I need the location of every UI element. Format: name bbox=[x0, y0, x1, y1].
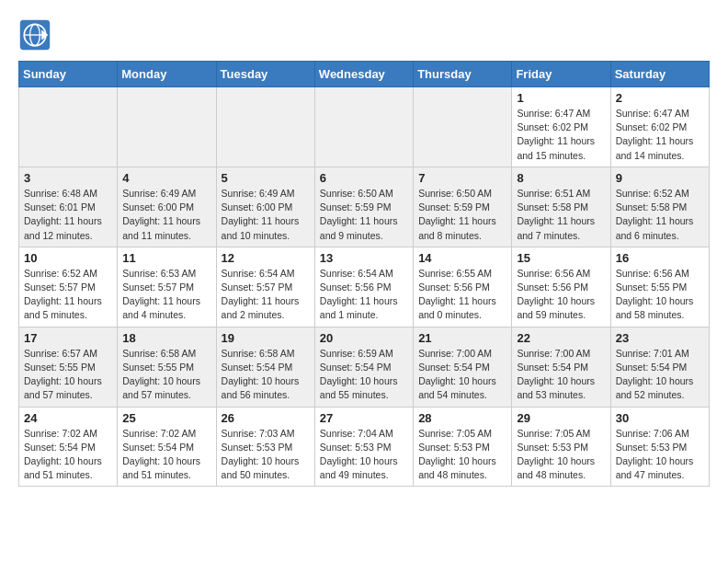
day-info: Sunrise: 7:02 AM Sunset: 5:54 PM Dayligh… bbox=[24, 427, 112, 483]
day-info: Sunrise: 6:59 AM Sunset: 5:54 PM Dayligh… bbox=[320, 347, 408, 403]
day-info: Sunrise: 7:02 AM Sunset: 5:54 PM Dayligh… bbox=[122, 427, 210, 483]
day-info: Sunrise: 7:06 AM Sunset: 5:53 PM Dayligh… bbox=[616, 427, 704, 483]
calendar-cell: 12Sunrise: 6:54 AM Sunset: 5:57 PM Dayli… bbox=[216, 247, 314, 327]
day-info: Sunrise: 7:05 AM Sunset: 5:53 PM Dayligh… bbox=[517, 427, 605, 483]
logo-icon bbox=[18, 18, 51, 52]
column-header-friday: Friday bbox=[512, 62, 610, 87]
calendar-cell: 9Sunrise: 6:52 AM Sunset: 5:58 PM Daylig… bbox=[610, 167, 709, 247]
day-number: 2 bbox=[616, 91, 704, 105]
day-info: Sunrise: 6:49 AM Sunset: 6:00 PM Dayligh… bbox=[222, 187, 310, 243]
day-info: Sunrise: 6:50 AM Sunset: 5:59 PM Dayligh… bbox=[320, 187, 408, 243]
calendar-cell: 3Sunrise: 6:48 AM Sunset: 6:01 PM Daylig… bbox=[19, 167, 118, 247]
calendar-cell: 25Sunrise: 7:02 AM Sunset: 5:54 PM Dayli… bbox=[118, 407, 216, 487]
calendar-cell: 27Sunrise: 7:04 AM Sunset: 5:53 PM Dayli… bbox=[314, 407, 413, 487]
day-number: 23 bbox=[616, 331, 704, 345]
logo bbox=[18, 18, 57, 52]
calendar-cell: 19Sunrise: 6:58 AM Sunset: 5:54 PM Dayli… bbox=[216, 327, 314, 407]
day-info: Sunrise: 6:57 AM Sunset: 5:55 PM Dayligh… bbox=[24, 347, 112, 403]
day-number: 18 bbox=[122, 331, 210, 345]
week-row-5: 24Sunrise: 7:02 AM Sunset: 5:54 PM Dayli… bbox=[19, 407, 710, 487]
day-info: Sunrise: 6:58 AM Sunset: 5:55 PM Dayligh… bbox=[122, 347, 210, 403]
day-info: Sunrise: 6:50 AM Sunset: 5:59 PM Dayligh… bbox=[418, 187, 506, 243]
day-number: 14 bbox=[418, 251, 506, 265]
week-row-2: 3Sunrise: 6:48 AM Sunset: 6:01 PM Daylig… bbox=[19, 167, 710, 247]
day-info: Sunrise: 7:05 AM Sunset: 5:53 PM Dayligh… bbox=[418, 427, 506, 483]
column-header-monday: Monday bbox=[118, 62, 216, 87]
calendar-cell bbox=[19, 87, 118, 167]
page-header bbox=[18, 18, 710, 52]
calendar-cell bbox=[118, 87, 216, 167]
day-number: 25 bbox=[122, 411, 210, 425]
day-number: 19 bbox=[222, 331, 310, 345]
day-number: 7 bbox=[418, 171, 506, 185]
calendar-cell: 20Sunrise: 6:59 AM Sunset: 5:54 PM Dayli… bbox=[314, 327, 413, 407]
calendar-cell: 6Sunrise: 6:50 AM Sunset: 5:59 PM Daylig… bbox=[314, 167, 413, 247]
day-number: 22 bbox=[517, 331, 605, 345]
day-info: Sunrise: 6:52 AM Sunset: 5:58 PM Dayligh… bbox=[616, 187, 704, 243]
calendar-cell: 22Sunrise: 7:00 AM Sunset: 5:54 PM Dayli… bbox=[512, 327, 610, 407]
week-row-4: 17Sunrise: 6:57 AM Sunset: 5:55 PM Dayli… bbox=[19, 327, 710, 407]
day-info: Sunrise: 6:49 AM Sunset: 6:00 PM Dayligh… bbox=[122, 187, 210, 243]
day-info: Sunrise: 6:53 AM Sunset: 5:57 PM Dayligh… bbox=[122, 267, 210, 323]
day-info: Sunrise: 6:52 AM Sunset: 5:57 PM Dayligh… bbox=[24, 267, 112, 323]
day-number: 11 bbox=[122, 251, 210, 265]
day-info: Sunrise: 6:51 AM Sunset: 5:58 PM Dayligh… bbox=[517, 187, 605, 243]
day-info: Sunrise: 6:58 AM Sunset: 5:54 PM Dayligh… bbox=[222, 347, 310, 403]
day-info: Sunrise: 7:00 AM Sunset: 5:54 PM Dayligh… bbox=[418, 347, 506, 403]
calendar-cell: 26Sunrise: 7:03 AM Sunset: 5:53 PM Dayli… bbox=[216, 407, 314, 487]
calendar-cell: 10Sunrise: 6:52 AM Sunset: 5:57 PM Dayli… bbox=[19, 247, 118, 327]
day-number: 8 bbox=[517, 171, 605, 185]
day-number: 9 bbox=[616, 171, 704, 185]
day-number: 21 bbox=[418, 331, 506, 345]
calendar-cell: 15Sunrise: 6:56 AM Sunset: 5:56 PM Dayli… bbox=[512, 247, 610, 327]
day-number: 24 bbox=[24, 411, 112, 425]
day-number: 3 bbox=[24, 171, 112, 185]
calendar-cell: 5Sunrise: 6:49 AM Sunset: 6:00 PM Daylig… bbox=[216, 167, 314, 247]
day-number: 10 bbox=[24, 251, 112, 265]
calendar-cell: 18Sunrise: 6:58 AM Sunset: 5:55 PM Dayli… bbox=[118, 327, 216, 407]
day-info: Sunrise: 6:56 AM Sunset: 5:55 PM Dayligh… bbox=[616, 267, 704, 323]
calendar-cell bbox=[314, 87, 413, 167]
calendar-cell bbox=[414, 87, 512, 167]
column-header-saturday: Saturday bbox=[610, 62, 709, 87]
day-number: 27 bbox=[320, 411, 408, 425]
column-header-wednesday: Wednesday bbox=[314, 62, 413, 87]
day-number: 30 bbox=[616, 411, 704, 425]
day-number: 6 bbox=[320, 171, 408, 185]
day-info: Sunrise: 6:54 AM Sunset: 5:57 PM Dayligh… bbox=[222, 267, 310, 323]
calendar-cell: 17Sunrise: 6:57 AM Sunset: 5:55 PM Dayli… bbox=[19, 327, 118, 407]
calendar-cell: 13Sunrise: 6:54 AM Sunset: 5:56 PM Dayli… bbox=[314, 247, 413, 327]
day-number: 4 bbox=[122, 171, 210, 185]
calendar-cell: 8Sunrise: 6:51 AM Sunset: 5:58 PM Daylig… bbox=[512, 167, 610, 247]
day-info: Sunrise: 7:03 AM Sunset: 5:53 PM Dayligh… bbox=[222, 427, 310, 483]
day-number: 26 bbox=[222, 411, 310, 425]
day-number: 28 bbox=[418, 411, 506, 425]
header-row: SundayMondayTuesdayWednesdayThursdayFrid… bbox=[19, 62, 710, 87]
day-info: Sunrise: 6:48 AM Sunset: 6:01 PM Dayligh… bbox=[24, 187, 112, 243]
calendar-cell: 16Sunrise: 6:56 AM Sunset: 5:55 PM Dayli… bbox=[610, 247, 709, 327]
day-number: 20 bbox=[320, 331, 408, 345]
day-number: 16 bbox=[616, 251, 704, 265]
calendar-cell: 11Sunrise: 6:53 AM Sunset: 5:57 PM Dayli… bbox=[118, 247, 216, 327]
calendar-cell: 21Sunrise: 7:00 AM Sunset: 5:54 PM Dayli… bbox=[414, 327, 512, 407]
day-number: 17 bbox=[24, 331, 112, 345]
day-info: Sunrise: 6:55 AM Sunset: 5:56 PM Dayligh… bbox=[418, 267, 506, 323]
day-info: Sunrise: 7:04 AM Sunset: 5:53 PM Dayligh… bbox=[320, 427, 408, 483]
day-info: Sunrise: 6:47 AM Sunset: 6:02 PM Dayligh… bbox=[517, 107, 605, 163]
column-header-sunday: Sunday bbox=[19, 62, 118, 87]
day-info: Sunrise: 7:00 AM Sunset: 5:54 PM Dayligh… bbox=[517, 347, 605, 403]
day-info: Sunrise: 6:56 AM Sunset: 5:56 PM Dayligh… bbox=[517, 267, 605, 323]
day-number: 15 bbox=[517, 251, 605, 265]
calendar-cell: 14Sunrise: 6:55 AM Sunset: 5:56 PM Dayli… bbox=[414, 247, 512, 327]
day-number: 12 bbox=[222, 251, 310, 265]
day-info: Sunrise: 6:54 AM Sunset: 5:56 PM Dayligh… bbox=[320, 267, 408, 323]
day-number: 29 bbox=[517, 411, 605, 425]
calendar-cell: 28Sunrise: 7:05 AM Sunset: 5:53 PM Dayli… bbox=[414, 407, 512, 487]
day-number: 1 bbox=[517, 91, 605, 105]
week-row-3: 10Sunrise: 6:52 AM Sunset: 5:57 PM Dayli… bbox=[19, 247, 710, 327]
day-number: 5 bbox=[222, 171, 310, 185]
day-info: Sunrise: 6:47 AM Sunset: 6:02 PM Dayligh… bbox=[616, 107, 704, 163]
calendar-cell: 7Sunrise: 6:50 AM Sunset: 5:59 PM Daylig… bbox=[414, 167, 512, 247]
column-header-tuesday: Tuesday bbox=[216, 62, 314, 87]
calendar-cell: 4Sunrise: 6:49 AM Sunset: 6:00 PM Daylig… bbox=[118, 167, 216, 247]
